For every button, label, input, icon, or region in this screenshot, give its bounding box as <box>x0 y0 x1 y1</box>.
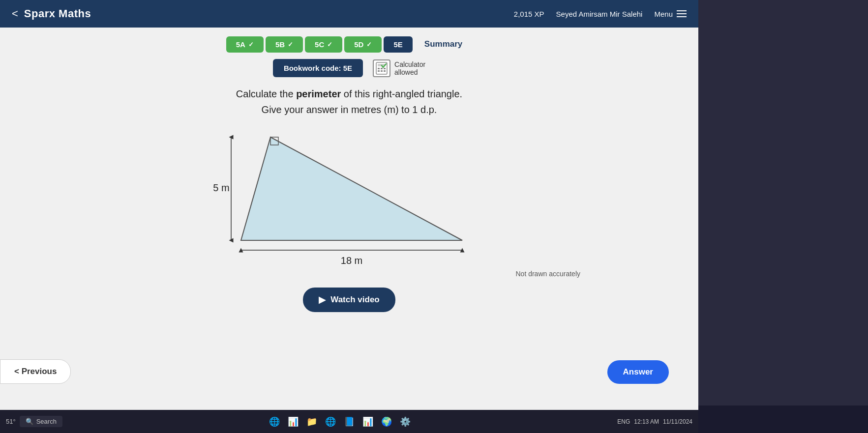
triangle-diagram: 5 m 18 m <box>0 127 698 265</box>
taskbar-icon-4[interactable]: 🌐 <box>324 415 337 429</box>
tab-5a[interactable]: 5A ✓ <box>226 36 264 53</box>
taskbar-left: 51° 🔍 Search <box>6 416 62 427</box>
taskbar-icon-2[interactable]: 📊 <box>286 415 300 429</box>
tab-summary-label: Summary <box>424 39 462 49</box>
tab-5d[interactable]: 5D ✓ <box>344 36 382 53</box>
calculator-label: Calculator <box>394 60 425 68</box>
search-label: Search <box>36 418 57 425</box>
watch-video-label: Watch video <box>330 295 380 305</box>
tab-5e-label: 5E <box>393 40 402 49</box>
video-icon: ▶ <box>319 294 326 305</box>
tabs-row: 5A ✓ 5B ✓ 5C ✓ 5D ✓ 5E <box>0 28 698 59</box>
user-name: Seyed Amirsam Mir Salehi <box>556 10 643 18</box>
taskbar-lang: ENG <box>617 418 630 425</box>
check-icon-5d: ✓ <box>366 41 372 48</box>
svg-rect-5 <box>378 70 380 72</box>
calculator-icon <box>373 59 390 77</box>
calculator-sub: allowed <box>394 68 425 76</box>
answer-button[interactable]: Answer <box>607 360 669 384</box>
check-icon-5c: ✓ <box>327 41 332 48</box>
tab-summary[interactable]: Summary <box>415 35 472 53</box>
menu-label: Menu <box>654 10 673 18</box>
search-icon: 🔍 <box>26 418 33 425</box>
svg-rect-7 <box>384 70 386 72</box>
svg-text:18 m: 18 m <box>341 255 362 265</box>
taskbar-right: ENG 12:13 AM 11/11/2024 <box>617 418 692 425</box>
taskbar-icon-7[interactable]: 🌍 <box>380 415 393 429</box>
temperature-label: 51° <box>6 418 16 425</box>
watch-video-button[interactable]: ▶ Watch video <box>303 288 395 312</box>
taskbar-date: 11/11/2024 <box>663 418 692 425</box>
svg-text:5 m: 5 m <box>213 182 229 193</box>
previous-button[interactable]: < Previous <box>0 359 71 384</box>
xp-label: 2,015 XP <box>514 10 544 18</box>
tab-5d-label: 5D <box>354 40 363 49</box>
calculator-allowed: Calculator allowed <box>373 59 425 77</box>
tab-5b[interactable]: 5B ✓ <box>266 36 303 53</box>
taskbar-icon-6[interactable]: 📊 <box>361 415 375 429</box>
not-drawn-label: Not drawn accurately <box>0 270 580 278</box>
menu-button[interactable]: Menu <box>654 10 687 18</box>
svg-rect-2 <box>378 68 380 69</box>
svg-rect-6 <box>381 70 383 72</box>
tab-5b-label: 5B <box>275 40 285 49</box>
tab-5a-label: 5A <box>236 40 245 49</box>
question-text: Calculate the perimeter of this right-an… <box>0 86 698 117</box>
taskbar-icon-3[interactable]: 📁 <box>305 415 319 429</box>
taskbar-center: 🌐 📊 📁 🌐 📘 📊 🌍 ⚙️ <box>268 415 412 429</box>
header: < Sparx Maths 2,015 XP Seyed Amirsam Mir… <box>0 0 698 28</box>
taskbar-icon-5[interactable]: 📘 <box>342 415 356 429</box>
sidebar-right <box>698 0 868 405</box>
svg-rect-3 <box>381 68 383 69</box>
taskbar-search[interactable]: 🔍 Search <box>20 416 62 427</box>
taskbar-icon-1[interactable]: 🌐 <box>268 415 281 429</box>
app-title: Sparx Maths <box>24 7 91 20</box>
tab-5e[interactable]: 5E <box>384 36 412 53</box>
check-icon-5b: ✓ <box>288 41 293 48</box>
taskbar-icon-8[interactable]: ⚙️ <box>398 415 412 429</box>
tab-5c[interactable]: 5C ✓ <box>305 36 342 53</box>
back-button[interactable]: < <box>12 7 18 20</box>
hamburger-icon <box>677 10 687 17</box>
tab-5c-label: 5C <box>315 40 324 49</box>
main-content: 5A ✓ 5B ✓ 5C ✓ 5D ✓ 5E <box>0 28 698 433</box>
svg-rect-4 <box>384 68 386 69</box>
taskbar: 51° 🔍 Search 🌐 📊 📁 🌐 📘 📊 🌍 ⚙️ ENG 12:13 … <box>0 410 698 433</box>
svg-marker-8 <box>241 137 462 240</box>
check-icon-5a: ✓ <box>248 41 254 48</box>
bookwork-row: Bookwork code: 5E <box>0 59 698 77</box>
bookwork-badge: Bookwork code: 5E <box>273 59 363 77</box>
taskbar-time: 12:13 AM <box>634 418 659 425</box>
